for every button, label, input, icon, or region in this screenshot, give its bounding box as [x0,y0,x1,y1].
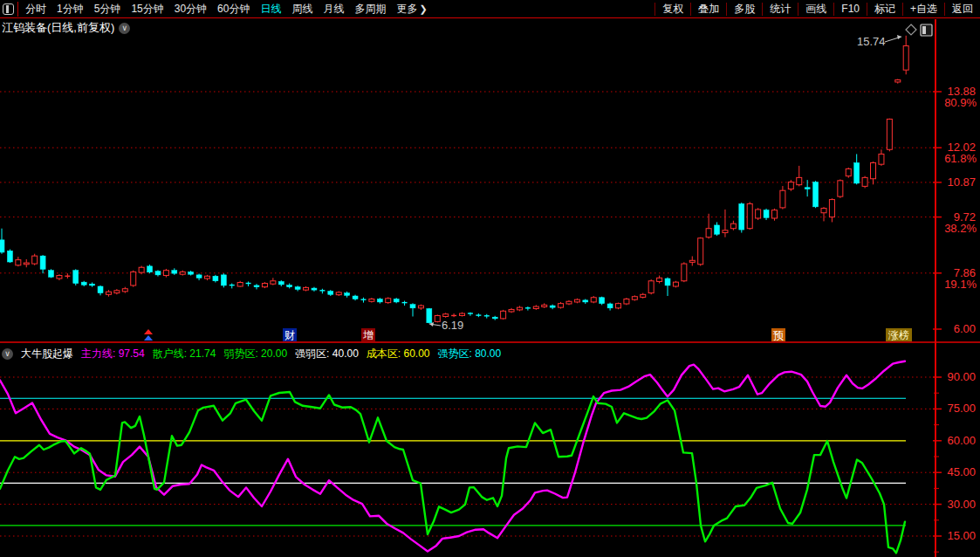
svg-text:15.74: 15.74 [857,35,886,48]
svg-text:6.00: 6.00 [954,322,976,335]
svg-text:45.00: 45.00 [947,465,976,478]
app-window: 分时1分钟5分钟15分钟30分钟60分钟日线周线月线多周期更多❯ 复权叠加多股统… [0,0,980,557]
menubar-divider [17,2,18,17]
svg-text:15.00: 15.00 [947,529,976,542]
svg-text:75.00: 75.00 [947,402,976,415]
price-annotations: 15.746.19 [429,35,901,332]
tool-button-叠加[interactable]: 叠加 [691,0,726,17]
diamond-icon [906,24,916,35]
tool-button-画线[interactable]: 画线 [798,0,833,17]
svg-text:80.9%: 80.9% [944,96,977,109]
main-gridlines [0,92,935,273]
legend-item-5: 强势区: 80.00 [438,347,502,361]
svg-text:预: 预 [773,329,784,341]
svg-text:60.00: 60.00 [947,434,976,447]
menu-item-0[interactable]: 分时 [20,0,51,17]
svg-text:10.87: 10.87 [947,175,976,189]
svg-text:38.2%: 38.2% [944,222,977,235]
tool-button-多股[interactable]: 多股 [727,0,762,17]
stock-title-row: 江钨装备(日线,前复权) ∨ [2,20,130,36]
indicator-name: 大牛股起爆 [21,347,73,361]
tool-button-标记[interactable]: 标记 [867,0,902,17]
indicator-line-主力线 [0,361,905,552]
top-menubar: 分时1分钟5分钟15分钟30分钟60分钟日线周线月线多周期更多❯ 复权叠加多股统… [0,0,980,18]
page-icon [921,24,932,36]
event-markers: 财增预涨榜 [144,328,912,341]
svg-text:30.00: 30.00 [947,498,976,511]
signal-red-triangle-icon [144,329,153,334]
stock-title: 江钨装备(日线,前复权) [2,20,114,36]
svg-text:财: 财 [284,329,295,341]
tool-button-F10[interactable]: F10 [834,0,867,17]
tools-menu: 复权叠加多股统计画线F10标记+自选返回 [654,0,980,17]
tool-button-复权[interactable]: 复权 [655,0,690,17]
indicator-panel: 90.0075.0060.0045.0030.0015.00 [0,361,976,554]
legend-item-1: 散户线: 21.74 [153,347,216,361]
legend-item-0: 主力线: 97.54 [81,347,145,361]
chart-canvas[interactable]: 财增预涨榜15.746.1913.8880.9%12.0261.8%10.879… [0,17,980,557]
menu-item-10[interactable]: 更多❯ [391,0,432,17]
chevron-down-circle-icon[interactable]: ∨ [119,23,130,34]
legend-item-4: 成本区: 60.00 [367,347,430,361]
svg-text:90.00: 90.00 [947,370,976,383]
menu-item-2[interactable]: 5分钟 [89,0,127,17]
svg-text:61.8%: 61.8% [944,152,977,165]
tool-button-统计[interactable]: 统计 [763,0,798,17]
svg-text:增: 增 [363,329,373,341]
signal-blue-triangle-icon [144,335,153,340]
indicator-header: ∨ 大牛股起爆 主力线: 97.54散户线: 21.74弱势区: 20.00强弱… [2,347,509,361]
menu-item-9[interactable]: 多周期 [349,0,391,17]
menu-item-4[interactable]: 30分钟 [169,0,212,17]
svg-text:19.1%: 19.1% [944,278,977,291]
svg-text:6.19: 6.19 [442,319,463,332]
menu-item-3[interactable]: 15分钟 [126,0,168,17]
tool-button-+自选[interactable]: +自选 [903,0,944,17]
menu-item-1[interactable]: 1分钟 [51,0,89,17]
chevron-down-circle-icon[interactable]: ∨ [2,348,13,360]
menu-item-7[interactable]: 周线 [286,0,318,17]
menu-item-8[interactable]: 月线 [318,0,349,17]
svg-text:涨榜: 涨榜 [887,329,909,341]
legend-item-3: 强弱区: 40.00 [295,347,359,361]
menu-item-6[interactable]: 日线 [255,0,286,17]
legend-item-2: 弱势区: 20.00 [223,347,287,361]
chevron-right-icon: ❯ [419,3,427,14]
indicator-legend: 主力线: 97.54散户线: 21.74弱势区: 20.00强弱区: 40.00… [81,347,509,361]
tool-button-返回[interactable]: 返回 [945,0,980,17]
candle-series [0,36,908,324]
menu-item-5[interactable]: 60分钟 [212,0,255,17]
period-menu: 分时1分钟5分钟15分钟30分钟60分钟日线周线月线多周期更多❯ [20,0,433,17]
split-view-icon[interactable] [3,3,14,15]
